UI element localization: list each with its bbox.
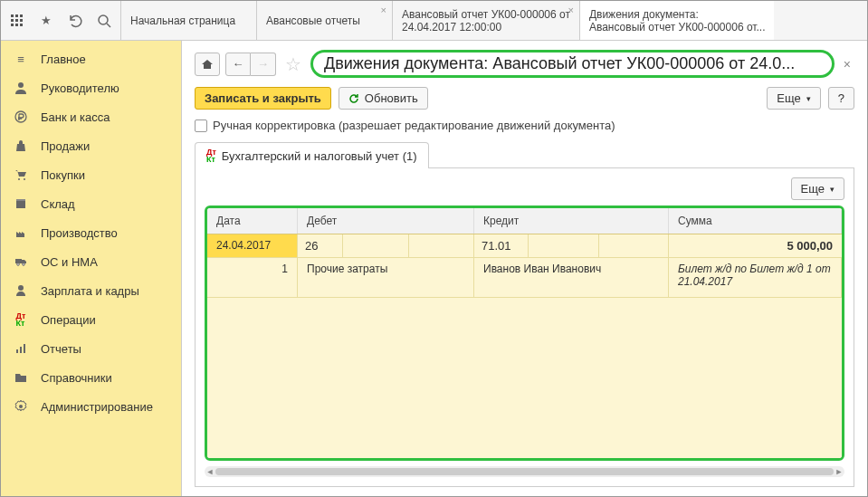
more-button-grid[interactable]: Еще ▾ xyxy=(791,177,844,200)
horizontal-scrollbar[interactable]: ◄ ► xyxy=(205,466,844,477)
svg-rect-1 xyxy=(15,14,18,17)
sidebar-label: ОС и НМА xyxy=(41,255,98,269)
truck-icon xyxy=(14,254,28,269)
close-icon[interactable]: × xyxy=(568,5,573,15)
table-row[interactable]: 1 Прочие затраты Иванов Иван Иванович Би… xyxy=(207,258,842,298)
home-button[interactable] xyxy=(195,53,220,76)
entries-grid: Дата Дебет Кредит Сумма 24.04.2017 26 71… xyxy=(205,205,844,461)
menu-icon: ≡ xyxy=(14,52,28,66)
svg-rect-5 xyxy=(20,19,23,22)
cell-credit-text: Иванов Иван Иванович xyxy=(474,258,669,298)
sidebar-item-reports[interactable]: Отчеты xyxy=(1,334,181,363)
tab-label-line1: Авансовый отчет УК00-000006 от xyxy=(402,8,570,21)
scroll-right-icon[interactable]: ► xyxy=(834,466,844,477)
tab-document[interactable]: Авансовый отчет УК00-000006 от 24.04.201… xyxy=(392,1,579,40)
search-icon[interactable] xyxy=(95,12,113,30)
svg-rect-0 xyxy=(11,14,14,17)
sidebar-label: Банк и касса xyxy=(41,110,110,124)
sidebar-item-bank[interactable]: Банк и касса xyxy=(1,102,181,131)
cell-debit-text: Прочие затраты xyxy=(298,258,474,298)
sidebar-label: Склад xyxy=(41,197,75,211)
sidebar-item-catalogs[interactable]: Справочники xyxy=(1,363,181,392)
svg-point-9 xyxy=(99,15,108,24)
sidebar-label: Продажи xyxy=(41,139,90,153)
sidebar-item-sales[interactable]: Продажи xyxy=(1,131,181,160)
manual-edit-checkbox[interactable] xyxy=(195,119,207,132)
svg-point-20 xyxy=(18,285,24,291)
chart-icon xyxy=(14,341,28,356)
svg-rect-2 xyxy=(20,14,23,17)
page-title: Движения документа: Авансовый отчет УК00… xyxy=(310,50,835,78)
doc-tab-label: Бухгалтерский и налоговый учет (1) xyxy=(222,149,417,163)
close-icon[interactable]: × xyxy=(840,57,854,72)
svg-rect-17 xyxy=(15,259,22,263)
debit-account: 26 xyxy=(298,234,343,258)
more-label: Еще xyxy=(777,91,800,105)
sidebar: ≡Главное Руководителю Банк и касса Прода… xyxy=(1,41,182,496)
cell-sum: 5 000,00 xyxy=(669,234,842,258)
refresh-button[interactable]: Обновить xyxy=(339,87,428,110)
scroll-thumb[interactable] xyxy=(215,468,834,475)
tab-reports[interactable]: Авансовые отчеты × xyxy=(256,1,392,40)
tab-accounting[interactable]: ДтКт Бухгалтерский и налоговый учет (1) xyxy=(195,142,429,168)
sidebar-label: Администрирование xyxy=(41,400,153,414)
svg-point-18 xyxy=(17,263,20,266)
sidebar-label: Зарплата и кадры xyxy=(41,284,139,298)
toolbar-icons: ★ xyxy=(1,1,120,40)
folder-icon xyxy=(14,370,28,385)
dtkt-icon: ДтКт xyxy=(206,148,216,163)
svg-rect-15 xyxy=(16,201,25,208)
grid-header: Дата Дебет Кредит Сумма xyxy=(207,208,842,234)
sidebar-item-hr[interactable]: Зарплата и кадры xyxy=(1,276,181,305)
sidebar-item-production[interactable]: Производство xyxy=(1,218,181,247)
col-date[interactable]: Дата xyxy=(207,208,298,234)
cell-debit: 26 xyxy=(298,234,474,258)
chevron-down-icon: ▾ xyxy=(830,185,835,194)
sidebar-item-operations[interactable]: ДтКтОперации xyxy=(1,305,181,334)
close-icon[interactable]: × xyxy=(381,5,386,15)
action-bar: Записать и закрыть Обновить Еще ▾ ? xyxy=(195,87,854,110)
tab-home[interactable]: Начальная страница xyxy=(120,1,256,40)
save-close-button[interactable]: Записать и закрыть xyxy=(195,87,331,110)
sidebar-label: Покупки xyxy=(41,168,85,182)
scroll-left-icon[interactable]: ◄ xyxy=(205,466,215,477)
cell-rownum: 1 xyxy=(207,258,298,298)
sidebar-item-main[interactable]: ≡Главное xyxy=(1,44,181,73)
table-row[interactable]: 24.04.2017 26 71.01 5 000,00 xyxy=(207,234,842,258)
sidebar-item-warehouse[interactable]: Склад xyxy=(1,189,181,218)
svg-point-12 xyxy=(15,111,26,122)
sidebar-label: Справочники xyxy=(41,371,112,385)
sidebar-item-manager[interactable]: Руководителю xyxy=(1,73,181,102)
cart-icon xyxy=(14,167,28,182)
tab-label-line1: Движения документа: xyxy=(589,8,766,21)
help-button[interactable]: ? xyxy=(828,87,854,110)
forward-button[interactable]: → xyxy=(251,53,276,76)
col-debit[interactable]: Дебет xyxy=(298,208,474,234)
sidebar-item-admin[interactable]: Администрирование xyxy=(1,392,181,421)
box-icon xyxy=(14,196,28,211)
factory-icon xyxy=(14,225,28,240)
star-icon[interactable]: ★ xyxy=(37,12,55,30)
tab-label-line2: Авансовый отчет УК00-000006 от... xyxy=(589,21,766,33)
tab-movements[interactable]: Движения документа: Авансовый отчет УК00… xyxy=(579,1,775,40)
ruble-icon xyxy=(14,110,28,124)
sidebar-item-purchases[interactable]: Покупки xyxy=(1,160,181,189)
col-sum[interactable]: Сумма xyxy=(669,208,842,234)
back-button[interactable]: ← xyxy=(225,53,251,76)
history-icon[interactable] xyxy=(66,12,84,30)
svg-point-19 xyxy=(23,263,25,266)
svg-rect-22 xyxy=(20,347,22,353)
favorite-icon[interactable]: ☆ xyxy=(285,53,301,75)
person-icon xyxy=(14,81,28,95)
manual-edit-label: Ручная корректировка (разрешает редактир… xyxy=(213,119,615,132)
svg-rect-7 xyxy=(15,24,18,26)
col-credit[interactable]: Кредит xyxy=(474,208,669,234)
tab-label: Начальная страница xyxy=(130,14,247,27)
sidebar-item-assets[interactable]: ОС и НМА xyxy=(1,247,181,276)
credit-account: 71.01 xyxy=(474,234,529,258)
more-button[interactable]: Еще ▾ xyxy=(767,87,820,110)
apps-icon[interactable] xyxy=(8,12,26,30)
svg-line-10 xyxy=(107,24,110,27)
top-bar: ★ Начальная страница Авансовые отчеты × … xyxy=(1,1,867,41)
gear-icon xyxy=(14,399,28,414)
